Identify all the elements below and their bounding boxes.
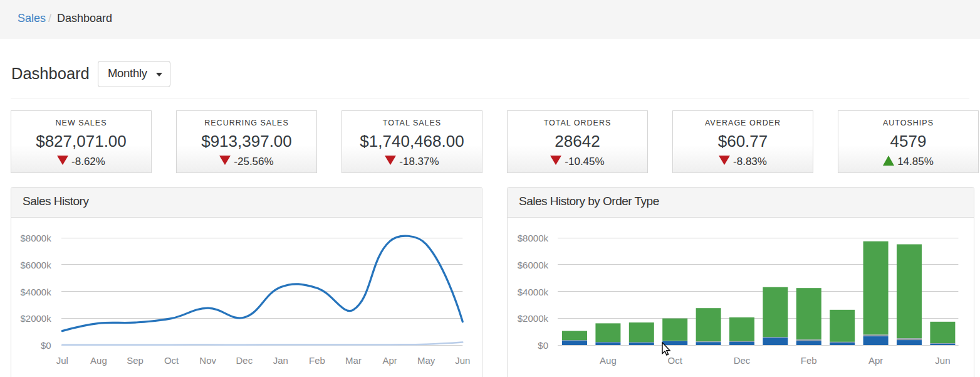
svg-text:Oct: Oct [164, 355, 179, 366]
svg-text:Sep: Sep [127, 355, 143, 366]
svg-text:$8000k: $8000k [518, 233, 549, 243]
svg-text:$0: $0 [538, 340, 548, 351]
svg-text:Jan: Jan [273, 355, 288, 366]
svg-text:Mar: Mar [345, 355, 362, 366]
svg-text:Apr: Apr [382, 355, 397, 366]
svg-text:$6000k: $6000k [518, 260, 549, 270]
svg-text:$4000k: $4000k [20, 287, 51, 297]
svg-text:Nov: Nov [199, 355, 216, 366]
svg-text:$0: $0 [41, 340, 51, 351]
svg-text:$8000k: $8000k [20, 233, 51, 243]
svg-text:Dec: Dec [236, 355, 253, 366]
svg-text:Jun: Jun [455, 355, 470, 366]
svg-text:Feb: Feb [801, 355, 817, 366]
svg-text:Aug: Aug [600, 355, 617, 366]
svg-text:Dec: Dec [734, 355, 751, 366]
svg-text:Apr: Apr [868, 355, 883, 366]
svg-text:$4000k: $4000k [518, 287, 549, 297]
svg-text:$2000k: $2000k [20, 313, 51, 324]
svg-text:Jun: Jun [935, 355, 950, 366]
svg-text:Jul: Jul [56, 355, 68, 366]
svg-text:$6000k: $6000k [20, 260, 51, 270]
svg-text:May: May [417, 355, 435, 366]
svg-text:$2000k: $2000k [518, 313, 549, 324]
svg-text:Feb: Feb [309, 355, 325, 366]
svg-text:Aug: Aug [90, 355, 107, 366]
